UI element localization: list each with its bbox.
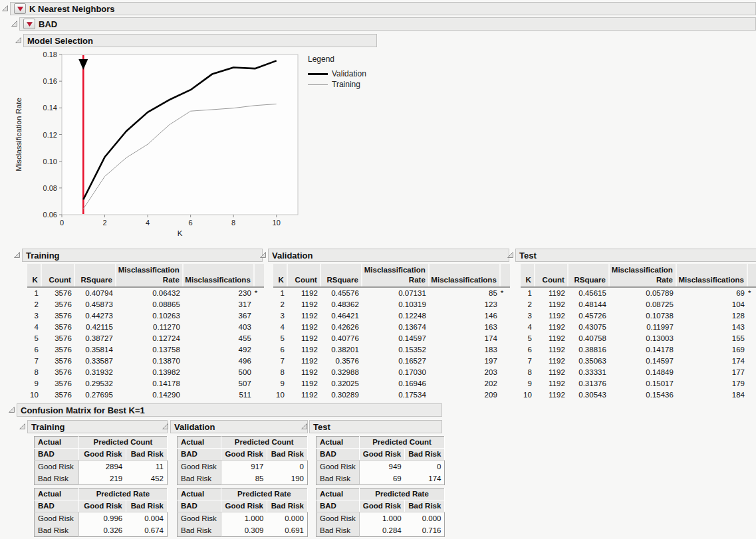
cell: 1192 — [535, 310, 568, 322]
disclosure-icon[interactable] — [507, 251, 514, 259]
cell: 0.11997 — [609, 322, 676, 333]
good-risk-col: Good Risk — [359, 449, 405, 461]
cell: 0.44273 — [74, 310, 116, 322]
disclosure-icon[interactable] — [13, 251, 21, 259]
y-tick-label: 0.10 — [43, 158, 57, 165]
knn-header-bar[interactable]: K Nearest Neighbors — [10, 2, 756, 15]
table-row: 211920.483620.10319123 — [273, 299, 510, 310]
red-triangle-menu-button[interactable] — [23, 19, 35, 29]
legend-label: Validation — [332, 69, 366, 78]
cell: 123 — [429, 299, 500, 310]
col-misclassification-rate: Misclassification Rate — [609, 264, 676, 287]
cell: 3576 — [41, 287, 74, 299]
cell: 0.40776 — [320, 333, 362, 344]
y-tick-label: 0.16 — [43, 77, 57, 85]
table-row: 111920.456150.0578969* — [521, 287, 756, 299]
cell: 219 — [78, 473, 126, 485]
bad-label: BAD — [178, 449, 221, 461]
cell: 0.12724 — [116, 333, 183, 344]
x-tick-label: 8 — [231, 219, 235, 227]
x-tick-label: 10 — [273, 219, 281, 227]
bad-header-bar[interactable]: BAD — [19, 17, 756, 31]
cell: 230 — [183, 287, 254, 299]
test-count-matrix: ActualPredicted Count BADGood RiskBad Ri… — [316, 436, 445, 485]
disclosure-icon[interactable] — [259, 251, 267, 259]
cell: 0.309 — [221, 524, 267, 537]
training-title: Training — [26, 251, 60, 261]
cell: 0.16527 — [362, 356, 429, 367]
confusion-training-bar[interactable]: Training — [27, 420, 168, 433]
table-row: Bad Risk0.3260.674 — [35, 524, 168, 537]
cell: 1192 — [535, 287, 568, 299]
cell: 0.996 — [78, 512, 126, 525]
cell: Bad Risk — [316, 473, 360, 485]
cell: 0.08725 — [609, 299, 676, 310]
red-triangle-menu-button[interactable] — [14, 3, 26, 14]
cell: 1192 — [287, 356, 320, 367]
confusion-test-bar[interactable]: Test — [309, 420, 442, 433]
cell: 0.38201 — [320, 344, 362, 356]
cell: 3576 — [41, 389, 74, 401]
confusion-header-bar[interactable]: Confusion Matrix for Best K=1 — [17, 403, 442, 417]
actual-label: Actual — [35, 488, 79, 500]
cell: 4 — [521, 322, 535, 333]
cell: 2894 — [78, 461, 126, 473]
cell: Bad Risk — [178, 524, 221, 537]
cell: 0.05789 — [609, 287, 676, 299]
cell: 511 — [183, 389, 254, 401]
table-row: 311920.457260.10738128 — [521, 310, 756, 322]
cell: 6 — [27, 344, 41, 356]
cell: 367 — [183, 310, 254, 322]
training-header-bar[interactable]: Training — [22, 249, 263, 262]
table-row: 811920.333310.14849177 — [521, 367, 756, 378]
col-flag — [747, 264, 756, 287]
cell: Bad Risk — [35, 473, 79, 485]
cell: 403 — [183, 322, 254, 333]
cell: 0.45873 — [74, 299, 116, 310]
table-row: Good Risk1.0000.000 — [316, 512, 445, 525]
header-row: K Count RSquare Misclassification Rate M… — [521, 264, 756, 287]
cell: 174 — [405, 473, 445, 485]
bad-label: BAD — [316, 449, 360, 461]
disclosure-icon[interactable] — [162, 423, 169, 430]
table-row: 811920.329880.17030203 — [273, 367, 510, 378]
disclosure-icon[interactable] — [15, 37, 22, 44]
cell: Good Risk — [178, 461, 221, 473]
model-selection-header-bar[interactable]: Model Selection — [23, 34, 377, 47]
test-header-bar[interactable]: Test — [515, 249, 756, 262]
col-k: K — [521, 264, 535, 287]
validation-header-bar[interactable]: Validation — [268, 249, 509, 262]
outline-row-knn: K Nearest Neighbors — [1, 2, 756, 15]
header-row: BADGood RiskBad Risk — [35, 449, 168, 461]
cell: 1192 — [535, 356, 568, 367]
disclosure-icon[interactable] — [19, 423, 26, 430]
cell: 0.32988 — [320, 367, 362, 378]
cell: 197 — [429, 356, 500, 367]
table-row: 411920.430750.11997143 — [521, 322, 756, 333]
red-triangle-icon — [17, 7, 23, 11]
cell: 0.27695 — [74, 389, 116, 401]
cell: 1 — [521, 287, 535, 299]
good-risk-col: Good Risk — [78, 449, 126, 461]
cell: 917 — [221, 461, 267, 473]
cell: 0.45615 — [568, 287, 609, 299]
header-row: K Count RSquare Misclassification Rate M… — [273, 264, 510, 287]
cell: 209 — [429, 389, 500, 401]
cell: 1192 — [287, 333, 320, 344]
disclosure-icon[interactable] — [8, 406, 15, 413]
table-row: 511920.407760.14597174 — [273, 333, 510, 344]
confusion-validation-bar[interactable]: Validation — [170, 420, 308, 433]
col-k: K — [273, 264, 287, 287]
y-tick-label: 0.12 — [43, 131, 57, 139]
cell: 1192 — [535, 299, 568, 310]
disclosure-icon[interactable] — [1, 5, 9, 12]
disclosure-icon[interactable] — [301, 423, 308, 430]
predicted-count-label: Predicted Count — [221, 437, 307, 449]
disclosure-icon[interactable] — [11, 20, 18, 27]
cell: 0.35063 — [568, 356, 609, 367]
cell: 169 — [676, 344, 747, 356]
col-misclassifications: Misclassifications — [676, 264, 747, 287]
cell: 174 — [676, 356, 747, 367]
table-row: 835760.319320.13982500 — [27, 367, 264, 378]
cell: 5 — [273, 333, 287, 344]
